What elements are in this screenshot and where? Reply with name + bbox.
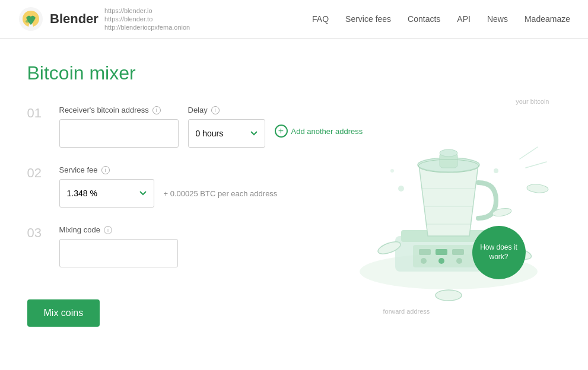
step-1: 01 Receiver's bitcoin address i Delay i xyxy=(27,106,324,148)
logo-text: Blender xyxy=(50,11,98,27)
nav-item-service-fees[interactable]: Service fees xyxy=(345,14,391,24)
logo-url-1: https://blender.io xyxy=(104,7,190,14)
svg-point-17 xyxy=(438,258,444,264)
logo-area: Blender https://blender.io https://blend… xyxy=(18,6,190,32)
step-3-number: 03 xyxy=(27,227,49,240)
mixing-info-icon[interactable]: i xyxy=(104,226,112,234)
receiver-group: Receiver's bitcoin address i xyxy=(59,106,179,148)
how-does-it-work-bubble[interactable]: How does it work? xyxy=(472,226,526,279)
step-2: 02 Service fee i 1.348 % 1.5 % 2 % 3 % +… xyxy=(27,165,324,208)
mixing-label-group: Mixing code i xyxy=(59,225,324,234)
nav-item-faq[interactable]: FAQ xyxy=(312,14,329,24)
your-bitcoin-label: your bitcoin xyxy=(516,98,549,105)
nav-item-madeamaze[interactable]: Madeamaze xyxy=(525,14,570,24)
step-2-content: Service fee i 1.348 % 1.5 % 2 % 3 % + 0.… xyxy=(59,165,324,208)
step-1-row: Receiver's bitcoin address i Delay i 0 h… xyxy=(59,106,363,148)
svg-point-24 xyxy=(398,186,404,192)
fee-row: 1.348 % 1.5 % 2 % 3 % + 0.00025 BTC per … xyxy=(59,179,324,208)
mixing-label: Mixing code xyxy=(59,225,100,234)
svg-rect-15 xyxy=(452,249,464,255)
svg-point-23 xyxy=(436,290,462,301)
logo-icon xyxy=(18,6,44,32)
svg-rect-13 xyxy=(419,249,431,255)
svg-rect-14 xyxy=(436,249,447,255)
svg-point-10 xyxy=(440,149,457,157)
fee-note: + 0.00025 BTC per each address xyxy=(164,189,278,198)
fee-info-icon[interactable]: i xyxy=(101,166,110,174)
receiver-info-icon[interactable]: i xyxy=(152,106,161,114)
delay-group: Delay i 0 hours 1 hour 2 hours 6 hours 1… xyxy=(188,106,265,148)
header: Blender https://blender.io https://blend… xyxy=(0,0,588,39)
svg-point-1 xyxy=(26,20,29,23)
svg-point-18 xyxy=(456,258,462,264)
fee-select[interactable]: 1.348 % 1.5 % 2 % 3 % xyxy=(59,179,154,208)
mix-coins-button[interactable]: Mix coins xyxy=(27,299,100,327)
plus-circle-icon: + xyxy=(275,125,288,138)
svg-point-26 xyxy=(390,169,394,173)
receiver-address-input[interactable] xyxy=(59,119,179,148)
logo-urls: https://blender.io https://blender.to ht… xyxy=(104,7,190,31)
fee-label-group: Service fee i xyxy=(59,165,324,174)
delay-label-group: Delay i xyxy=(188,106,265,114)
svg-point-25 xyxy=(494,168,498,173)
receiver-label-group: Receiver's bitcoin address i xyxy=(59,106,179,114)
receiver-label: Receiver's bitcoin address xyxy=(59,106,149,114)
fee-label: Service fee xyxy=(59,165,98,174)
step-3: 03 Mixing code i xyxy=(27,225,324,267)
svg-point-22 xyxy=(526,183,548,193)
delay-label: Delay xyxy=(188,106,208,114)
nav-item-contacts[interactable]: Contacts xyxy=(408,14,440,24)
step-1-content: Receiver's bitcoin address i Delay i 0 h… xyxy=(59,106,363,148)
page-title: Bitcoin mixer xyxy=(27,62,324,84)
step-2-number: 02 xyxy=(27,167,49,180)
blender-illustration xyxy=(336,70,561,319)
step-1-number: 01 xyxy=(27,107,49,120)
nav: FAQ Service fees Contacts API News Madea… xyxy=(312,14,570,24)
delay-select[interactable]: 0 hours 1 hour 2 hours 6 hours 12 hours … xyxy=(188,119,265,148)
nav-item-news[interactable]: News xyxy=(487,14,508,24)
svg-line-28 xyxy=(526,162,546,168)
svg-line-27 xyxy=(520,147,538,159)
mixing-code-input[interactable] xyxy=(59,239,178,267)
form-section: Bitcoin mixer 01 Receiver's bitcoin addr… xyxy=(27,62,324,327)
logo-url-3: http://blenderiocpxfema.onion xyxy=(104,24,190,31)
illustration-area: your bitcoin xyxy=(336,62,561,327)
main-content: Bitcoin mixer 01 Receiver's bitcoin addr… xyxy=(9,39,579,350)
logo-url-2: https://blender.to xyxy=(104,15,190,23)
svg-point-16 xyxy=(421,258,427,264)
how-bubble-text: How does it work? xyxy=(472,243,526,261)
delay-info-icon[interactable]: i xyxy=(211,106,220,114)
nav-item-api[interactable]: API xyxy=(457,14,471,24)
step-3-content: Mixing code i xyxy=(59,225,324,267)
forward-address-label: forward address xyxy=(383,308,430,315)
